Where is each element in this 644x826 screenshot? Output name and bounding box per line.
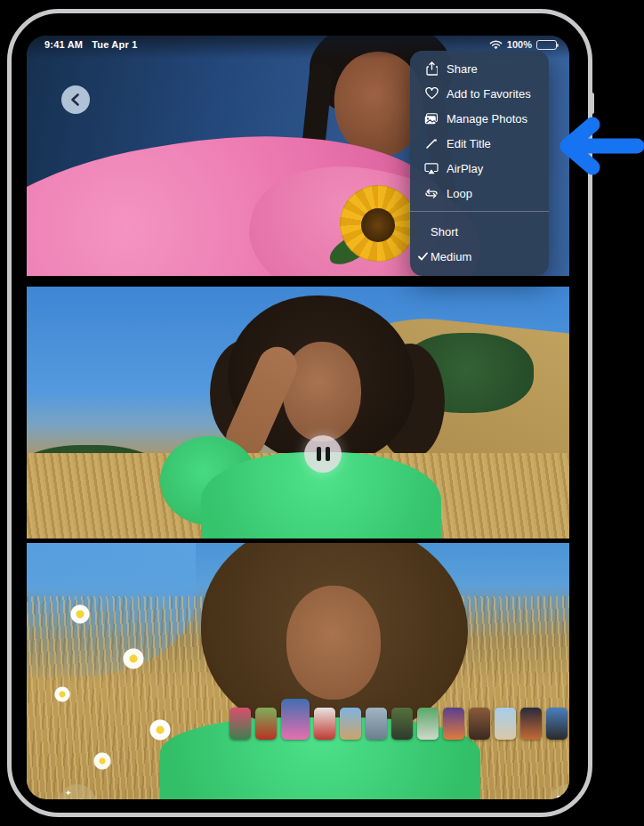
menu-item-duration-short[interactable]: Short [410, 219, 549, 244]
context-menu: Share Add to Favorites Manage Photos Edi… [410, 51, 549, 276]
menu-item-add-to-favorites[interactable]: Add to Favorites [410, 81, 549, 106]
pause-button[interactable] [304, 435, 342, 473]
battery-full-icon [536, 40, 557, 50]
pause-icon [317, 447, 330, 461]
menu-item-label: Manage Photos [447, 112, 527, 126]
thumbnail[interactable] [520, 708, 542, 740]
status-bar: 9:41 AM Tue Apr 1 100% [27, 36, 569, 52]
photo1-sunflower [340, 185, 416, 262]
chevron-left-icon [69, 93, 82, 107]
back-button[interactable] [61, 85, 90, 114]
thumbnail[interactable] [391, 708, 413, 740]
photo-slide-green-dress[interactable] [27, 287, 569, 539]
menu-item-label: Share [447, 62, 478, 76]
menu-item-label: Add to Favorites [447, 87, 531, 101]
thumbnail-selected[interactable] [281, 699, 310, 740]
thumbnail[interactable] [469, 708, 490, 740]
thumbnail[interactable] [229, 708, 251, 740]
menu-separator [410, 211, 549, 212]
heart-icon [422, 87, 441, 100]
menu-item-share[interactable]: Share [410, 56, 549, 81]
menu-item-label: Short [431, 225, 458, 239]
music-note-sparkle-icon: ♫✦ [71, 794, 84, 800]
status-date: Tue Apr 1 [92, 39, 137, 50]
thumbnail[interactable] [546, 708, 568, 740]
photo3-face [286, 586, 381, 700]
checkmark-icon [415, 252, 430, 261]
thumbnail[interactable] [417, 708, 439, 740]
status-time: 9:41 AM [44, 39, 83, 50]
thumbnail-strip [229, 699, 568, 740]
menu-item-label: Loop [447, 187, 472, 200]
photo-slide-field-portrait[interactable] [27, 543, 569, 799]
menu-item-manage-photos[interactable]: Manage Photos [410, 106, 549, 131]
photo3-daisies [27, 579, 240, 792]
manage-photos-icon [422, 113, 441, 125]
airplay-icon [422, 163, 441, 174]
ipad-screen: 9:41 AM Tue Apr 1 100% ♫✦ [27, 36, 569, 799]
menu-item-label: Medium [431, 250, 471, 263]
loop-icon [422, 188, 441, 199]
menu-item-label: Edit Title [447, 137, 491, 150]
thumbnail[interactable] [314, 708, 335, 740]
menu-item-loop[interactable]: Loop [410, 181, 549, 206]
battery-percent: 100% [507, 39, 532, 50]
wifi-icon [489, 40, 503, 50]
pencil-icon [422, 137, 441, 150]
thumbnail[interactable] [255, 708, 277, 740]
menu-item-duration-medium[interactable]: Medium [410, 244, 549, 269]
share-icon [422, 61, 441, 76]
volume-button [590, 93, 594, 114]
menu-item-airplay[interactable]: AirPlay [410, 156, 549, 181]
thumbnail[interactable] [366, 708, 387, 740]
thumbnail[interactable] [495, 708, 516, 740]
menu-item-edit-title[interactable]: Edit Title [410, 131, 549, 156]
thumbnail[interactable] [340, 708, 361, 740]
thumbnail[interactable] [443, 708, 464, 740]
menu-item-label: AirPlay [447, 162, 483, 175]
